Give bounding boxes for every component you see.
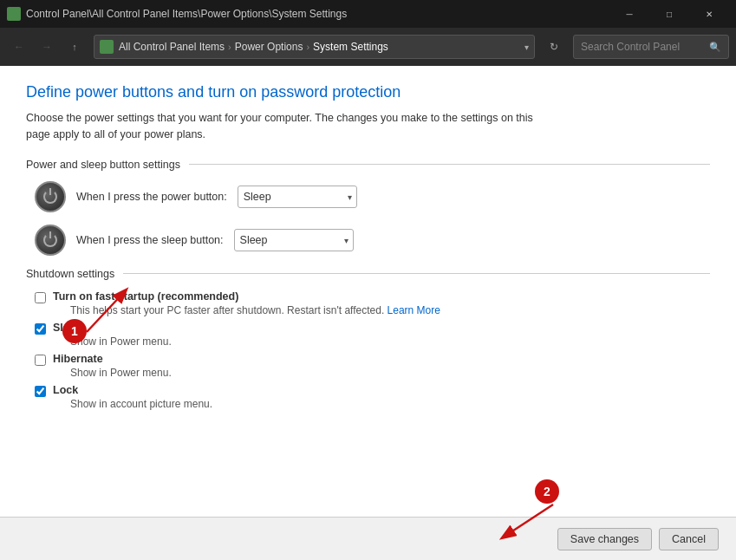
lock-row: Lock Show in account picture menu. — [26, 384, 710, 410]
sleep-checkbox[interactable] — [35, 323, 46, 335]
titlebar-app-icon — [7, 7, 21, 21]
learn-more-link[interactable]: Learn More — [388, 304, 440, 316]
page-title: Define power buttons and turn on passwor… — [26, 83, 710, 101]
fast-startup-desc: This helps start your PC faster after sh… — [53, 304, 440, 316]
fast-startup-label[interactable]: Turn on fast startup (recommended) — [53, 290, 440, 303]
section-divider-2 — [123, 273, 710, 274]
lock-label-group: Lock Show in account picture menu. — [53, 384, 212, 410]
power-button-label: When I press the power button: — [76, 191, 227, 203]
lock-label[interactable]: Lock — [53, 384, 212, 396]
hibernate-label[interactable]: Hibernate — [53, 353, 172, 365]
shutdown-section-header: Shutdown settings — [26, 268, 710, 280]
minimize-button[interactable]: ─ — [609, 0, 649, 28]
sleep-button-label: When I press the sleep button: — [76, 234, 224, 246]
titlebar-title: Control Panel\All Control Panel Items\Po… — [26, 8, 609, 20]
navbar: ← → ↑ All Control Panel Items › Power Op… — [0, 28, 736, 66]
sleep-button-dropdown[interactable]: Do nothing Sleep Hibernate Shut down Tur… — [234, 229, 354, 251]
section-divider-1 — [189, 164, 710, 165]
shutdown-section-label: Shutdown settings — [26, 268, 114, 280]
refresh-button[interactable]: ↻ — [542, 35, 566, 59]
power-sleep-label: Power and sleep button settings — [26, 159, 180, 171]
hibernate-row: Hibernate Show in Power menu. — [26, 353, 710, 379]
sleep-button-icon — [35, 225, 66, 256]
power-sleep-section-header: Power and sleep button settings — [26, 159, 710, 171]
titlebar: Control Panel\All Control Panel Items\Po… — [0, 0, 736, 28]
hibernate-label-group: Hibernate Show in Power menu. — [53, 353, 172, 379]
main-content: Define power buttons and turn on passwor… — [0, 66, 736, 517]
address-bar-icon — [100, 40, 114, 54]
close-button[interactable]: ✕ — [689, 0, 729, 28]
power-button-dropdown[interactable]: Do nothing Sleep Hibernate Shut down Tur… — [238, 186, 357, 208]
breadcrumb-power-options[interactable]: Power Options — [235, 41, 303, 53]
search-icon: 🔍 — [709, 42, 721, 53]
address-bar[interactable]: All Control Panel Items › Power Options … — [94, 35, 535, 59]
fast-startup-label-group: Turn on fast startup (recommended) This … — [53, 290, 440, 316]
hibernate-desc: Show in Power menu. — [53, 367, 172, 379]
power-button-row: When I press the power button: Do nothin… — [26, 181, 710, 212]
power-button-dropdown-wrapper: Do nothing Sleep Hibernate Shut down Tur… — [238, 186, 357, 208]
fast-startup-row: Turn on fast startup (recommended) This … — [26, 290, 710, 316]
cancel-button[interactable]: Cancel — [659, 528, 719, 550]
maximize-button[interactable]: □ — [649, 0, 689, 28]
forward-button[interactable]: → — [35, 35, 59, 59]
titlebar-controls: ─ □ ✕ — [609, 0, 729, 28]
power-button-icon — [35, 181, 66, 212]
breadcrumb-sep-2: › — [306, 42, 309, 52]
sleep-button-row: When I press the sleep button: Do nothin… — [26, 225, 710, 256]
breadcrumb-sep-1: › — [228, 42, 231, 52]
sleep-desc: Show in Power menu. — [53, 335, 172, 348]
sleep-button-dropdown-wrapper: Do nothing Sleep Hibernate Shut down Tur… — [234, 229, 354, 251]
search-bar[interactable]: 🔍 — [573, 35, 729, 59]
hibernate-checkbox[interactable] — [35, 355, 46, 366]
bottombar: Save changes Cancel — [0, 517, 736, 560]
up-button[interactable]: ↑ — [62, 35, 87, 59]
lock-checkbox[interactable] — [35, 386, 46, 397]
back-button[interactable]: ← — [7, 35, 31, 59]
sleep-row: Sleep Show in Power menu. — [26, 322, 710, 348]
sleep-label-group: Sleep Show in Power menu. — [53, 322, 172, 348]
lock-desc: Show in account picture menu. — [53, 398, 212, 410]
sleep-label[interactable]: Sleep — [53, 322, 172, 334]
breadcrumb-system-settings[interactable]: System Settings — [313, 41, 388, 53]
search-input[interactable] — [581, 41, 709, 53]
address-dropdown-arrow[interactable]: ▾ — [524, 42, 529, 52]
save-changes-button[interactable]: Save changes — [557, 528, 652, 550]
page-description: Choose the power settings that you want … — [26, 110, 546, 143]
breadcrumb-all-items[interactable]: All Control Panel Items — [119, 41, 225, 53]
fast-startup-checkbox[interactable] — [35, 292, 46, 303]
